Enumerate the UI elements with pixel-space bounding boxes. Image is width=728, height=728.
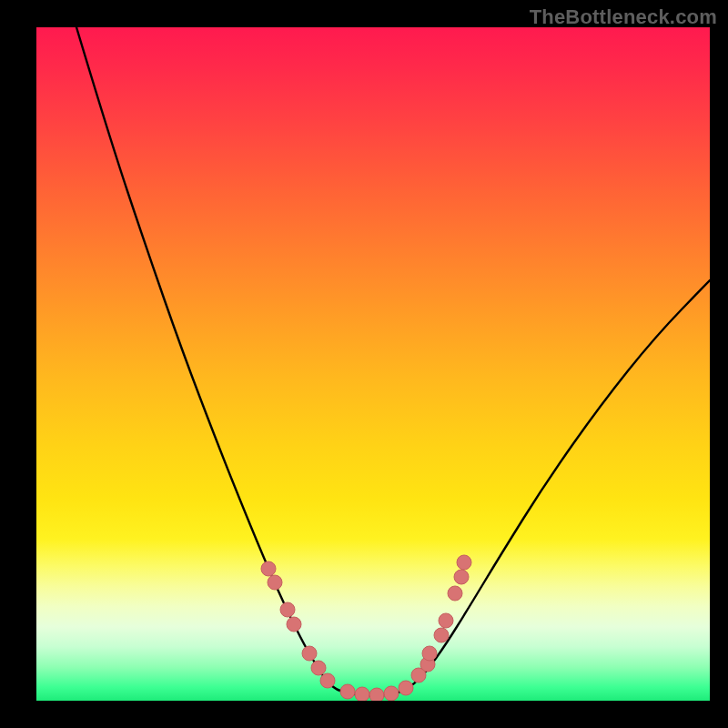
plot-area xyxy=(36,27,710,701)
marker-dot xyxy=(311,661,326,675)
marker-dot xyxy=(355,687,369,701)
marker-dot xyxy=(287,617,301,632)
curve-layer xyxy=(36,27,710,701)
chart-frame: TheBottleneck.com xyxy=(0,0,728,728)
marker-dot xyxy=(399,681,413,695)
marker-dot xyxy=(268,575,282,590)
marker-dot xyxy=(340,684,355,699)
marker-dot xyxy=(457,555,471,570)
marker-dot xyxy=(454,570,469,584)
marker-dot xyxy=(422,646,437,661)
marker-dot xyxy=(448,586,462,601)
marker-dot xyxy=(369,688,384,701)
marker-dot xyxy=(439,613,453,628)
watermark-text: TheBottleneck.com xyxy=(530,5,717,29)
marker-dot xyxy=(384,686,399,701)
bottleneck-curve xyxy=(76,27,710,696)
marker-dot xyxy=(302,646,317,661)
marker-dot xyxy=(320,673,335,688)
marker-dot xyxy=(261,561,276,576)
marker-dot xyxy=(434,628,449,642)
marker-dot xyxy=(280,602,295,617)
marker-group xyxy=(261,555,471,701)
